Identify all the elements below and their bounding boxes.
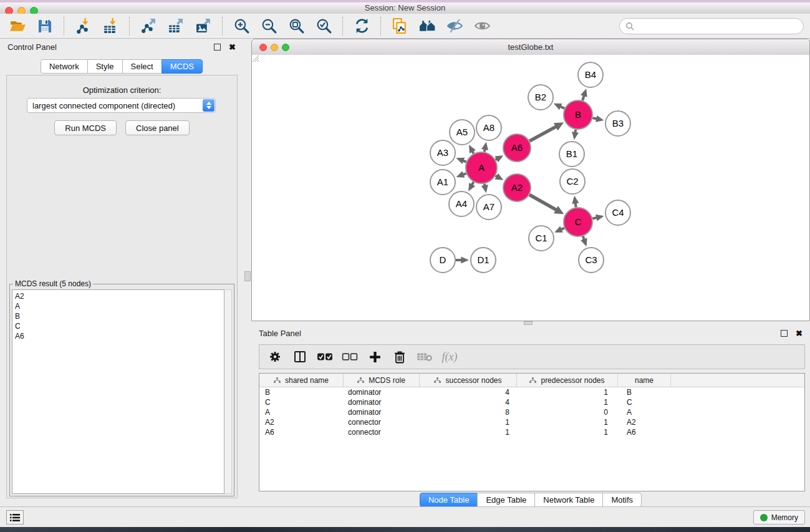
column-header-mcds-role[interactable]: MCDS role xyxy=(344,374,420,387)
criterion-select[interactable]: largest connected component (directed) xyxy=(27,98,216,113)
column-header-predecessor-nodes[interactable]: predecessor nodes xyxy=(517,374,618,387)
network-graph: B4B2BB3A8A5A6A3B1AC2A1A2A4A7C4CC1C3DD1 xyxy=(252,55,809,321)
export-network-button[interactable] xyxy=(135,16,162,36)
search-input[interactable] xyxy=(638,21,798,31)
table-row[interactable]: A dominator 8 0 A xyxy=(259,407,804,417)
column-header-successor-nodes[interactable]: successor nodes xyxy=(420,374,517,387)
zoom-fit-icon xyxy=(288,17,305,34)
tab-network-table[interactable]: Network Table xyxy=(534,493,603,507)
task-history-button[interactable] xyxy=(6,510,24,525)
unchecked-boxes-icon xyxy=(342,351,358,362)
zoom-out-icon xyxy=(261,17,277,34)
list-item[interactable]: C xyxy=(15,321,224,331)
show-columns-button[interactable] xyxy=(292,347,308,366)
memory-status-icon xyxy=(760,514,768,521)
birds-eye-view-button[interactable] xyxy=(468,16,496,36)
close-panel-icon[interactable]: ✖ xyxy=(796,329,803,337)
column-type-icon xyxy=(274,377,281,384)
import-table-button[interactable] xyxy=(97,16,124,36)
save-session-button[interactable] xyxy=(31,16,59,36)
close-panel-icon[interactable]: ✖ xyxy=(229,43,236,51)
network-window-titlebar: testGlobe.txt xyxy=(252,39,809,56)
open-session-button[interactable] xyxy=(4,16,31,36)
control-panel: Control Panel ✖ Network Style Select MCD… xyxy=(0,39,243,506)
zoom-out-button[interactable] xyxy=(255,16,282,36)
table-row[interactable]: C dominator 4 1 C xyxy=(259,397,804,407)
graph-node-label: A8 xyxy=(483,122,494,133)
graph-node-label: A5 xyxy=(456,127,468,137)
list-item[interactable]: A xyxy=(15,301,224,311)
network-canvas[interactable]: B4B2BB3A8A5A6A3B1AC2A1A2A4A7C4CC1C3DD1 xyxy=(252,55,809,321)
network-overview-button[interactable] xyxy=(413,16,441,36)
network-close-button[interactable] xyxy=(259,44,267,51)
deselect-all-button[interactable] xyxy=(342,347,358,366)
export-table-button[interactable] xyxy=(162,16,190,36)
tab-motifs[interactable]: Motifs xyxy=(602,493,642,507)
tab-style[interactable]: Style xyxy=(87,59,123,74)
memory-label: Memory xyxy=(771,513,798,522)
table-row[interactable]: A6 connector 1 1 A6 xyxy=(259,427,804,437)
network-view-window: testGlobe.txt B4B2BB3A8A5A6A3B1AC2A1A2A4… xyxy=(251,39,810,321)
float-panel-icon[interactable] xyxy=(214,44,221,51)
tab-network[interactable]: Network xyxy=(41,59,88,74)
graph-node-label: A3 xyxy=(437,147,448,158)
settings-gear-button[interactable] xyxy=(267,347,283,366)
vertical-split-divider[interactable] xyxy=(243,39,251,506)
refresh-layout-button[interactable] xyxy=(348,16,375,36)
toolbar-separator xyxy=(64,17,64,36)
table-row[interactable]: B dominator 4 1 B xyxy=(259,387,804,397)
open-session-icon xyxy=(9,17,26,34)
import-network-icon xyxy=(75,17,92,34)
add-column-button[interactable] xyxy=(367,347,383,366)
zoom-in-icon xyxy=(233,17,250,34)
graph-node-label: D xyxy=(440,254,446,265)
zoom-in-button[interactable] xyxy=(228,16,255,36)
memory-button[interactable]: Memory xyxy=(753,510,805,525)
column-header-name[interactable]: name xyxy=(618,374,671,387)
table-panel-header: Table Panel ✖ xyxy=(251,325,810,341)
close-panel-button[interactable]: Close panel xyxy=(125,120,190,135)
export-table-icon xyxy=(168,17,185,34)
graphics-details-eye-icon xyxy=(446,17,463,34)
clone-network-button[interactable] xyxy=(386,16,413,36)
graph-node-label: B3 xyxy=(612,118,624,128)
tab-select[interactable]: Select xyxy=(122,59,162,74)
import-network-button[interactable] xyxy=(69,16,97,36)
toolbar-separator xyxy=(342,17,343,36)
tab-mcds[interactable]: MCDS xyxy=(162,59,203,74)
select-all-button[interactable] xyxy=(317,347,333,366)
select-stepper-icon xyxy=(203,99,215,112)
graph-node-label: B1 xyxy=(566,148,577,159)
export-image-button[interactable] xyxy=(190,16,217,36)
optimization-criterion-label: Optimization criterion: xyxy=(7,85,237,95)
list-item[interactable]: B xyxy=(15,311,224,321)
status-bar: Memory xyxy=(0,506,810,527)
network-zoom-button[interactable] xyxy=(282,44,289,51)
list-item[interactable]: A2 xyxy=(15,291,224,301)
tab-node-table[interactable]: Node Table xyxy=(420,493,478,507)
mcds-result-groupbox: MCDS result (5 nodes) A2 A B C A6 xyxy=(9,284,234,496)
delete-table-button[interactable] xyxy=(417,347,433,366)
main-toolbar xyxy=(0,14,810,39)
list-scrollbar[interactable] xyxy=(224,289,232,494)
tab-edge-table[interactable]: Edge Table xyxy=(477,493,535,507)
divider-grip[interactable] xyxy=(244,271,251,281)
birds-eye-view-eye-icon xyxy=(474,17,491,34)
graphics-details-button[interactable] xyxy=(441,16,468,36)
table-tabs: Node Table Edge Table Network Table Moti… xyxy=(251,493,810,507)
float-panel-icon[interactable] xyxy=(781,330,788,337)
run-mcds-button[interactable]: Run MCDS xyxy=(54,120,117,135)
mcds-panel: Optimization criterion: largest connecte… xyxy=(6,75,238,498)
resize-grip-icon[interactable] xyxy=(252,55,259,62)
function-builder-button[interactable]: f(x) xyxy=(441,347,458,366)
table-row[interactable]: A2 connector 1 1 A2 xyxy=(259,417,804,427)
list-item[interactable]: A6 xyxy=(15,331,224,341)
gear-icon xyxy=(268,350,282,364)
network-minimize-button[interactable] xyxy=(271,44,278,51)
column-header-shared-name[interactable]: shared name xyxy=(259,374,344,387)
delete-columns-button[interactable] xyxy=(392,347,408,366)
export-image-icon xyxy=(195,17,212,34)
mcds-result-list: A2 A B C A6 xyxy=(12,289,224,494)
zoom-selected-button[interactable] xyxy=(310,16,337,36)
zoom-fit-button[interactable] xyxy=(282,16,310,36)
